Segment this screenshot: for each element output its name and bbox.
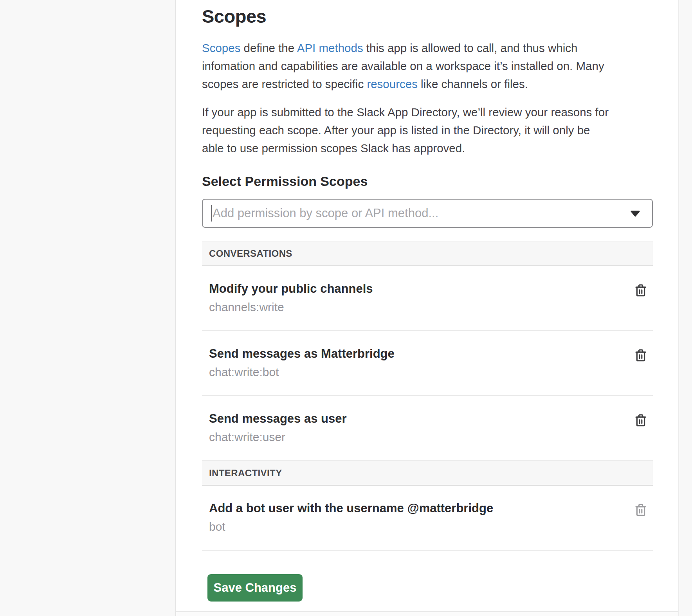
scope-id: chat:write:user bbox=[209, 430, 347, 445]
remove-scope-button[interactable] bbox=[634, 502, 648, 519]
scope-name: Send messages as user bbox=[209, 411, 347, 426]
trash-icon bbox=[634, 283, 648, 299]
trash-icon bbox=[634, 348, 648, 364]
scope-name: Add a bot user with the username @matter… bbox=[209, 501, 493, 516]
remove-scope-button[interactable] bbox=[634, 283, 648, 299]
scope-name: Modify your public channels bbox=[209, 281, 373, 296]
right-gutter bbox=[678, 0, 692, 616]
scope-picker-input[interactable] bbox=[203, 200, 652, 227]
save-changes-button[interactable]: Save Changes bbox=[207, 574, 303, 602]
scope-row: Send messages as Matterbridge chat:write… bbox=[202, 331, 653, 396]
resources-link[interactable]: resources bbox=[367, 77, 418, 90]
section-bar-conversations: CONVERSATIONS bbox=[202, 241, 653, 266]
api-methods-link[interactable]: API methods bbox=[297, 41, 363, 54]
select-permission-scopes-heading: Select Permission Scopes bbox=[202, 174, 653, 189]
scope-list: CONVERSATIONS Modify your public channel… bbox=[202, 241, 653, 551]
page-title: Scopes bbox=[202, 6, 653, 27]
trash-icon bbox=[634, 413, 648, 429]
scope-id: bot bbox=[209, 519, 493, 534]
scope-row: Send messages as user chat:write:user bbox=[202, 396, 653, 460]
section-label: INTERACTIVITY bbox=[209, 468, 282, 479]
section-label: CONVERSATIONS bbox=[209, 248, 292, 259]
scope-id: channels:write bbox=[209, 300, 373, 315]
scope-id: chat:write:bot bbox=[209, 365, 395, 380]
scope-row-text: Modify your public channels channels:wri… bbox=[209, 281, 373, 315]
intro-paragraph: Scopes define the API methods this app i… bbox=[202, 39, 612, 93]
intro-text: define the bbox=[240, 41, 297, 54]
scope-picker bbox=[202, 199, 653, 228]
remove-scope-button[interactable] bbox=[634, 348, 648, 364]
intro-text: like channels or files. bbox=[418, 77, 528, 90]
save-area: Save Changes bbox=[202, 574, 653, 602]
directory-paragraph: If your app is submitted to the Slack Ap… bbox=[202, 103, 612, 157]
scope-row: Add a bot user with the username @matter… bbox=[202, 486, 653, 551]
left-sidebar bbox=[0, 0, 176, 616]
main-content: Scopes Scopes define the API methods thi… bbox=[202, 0, 653, 602]
scopes-settings-page: Scopes Scopes define the API methods thi… bbox=[0, 0, 692, 616]
trash-icon bbox=[634, 503, 648, 518]
scope-row: Modify your public channels channels:wri… bbox=[202, 266, 653, 331]
scope-row-text: Send messages as user chat:write:user bbox=[209, 411, 347, 445]
text-cursor bbox=[211, 205, 212, 222]
scopes-link[interactable]: Scopes bbox=[202, 41, 240, 54]
scope-row-text: Add a bot user with the username @matter… bbox=[209, 501, 493, 534]
scope-row-text: Send messages as Matterbridge chat:write… bbox=[209, 346, 395, 380]
dropdown-caret-icon[interactable] bbox=[630, 210, 640, 217]
next-section-edge bbox=[176, 611, 678, 616]
section-bar-interactivity: INTERACTIVITY bbox=[202, 460, 653, 486]
remove-scope-button[interactable] bbox=[634, 412, 648, 429]
scope-name: Send messages as Matterbridge bbox=[209, 346, 395, 361]
